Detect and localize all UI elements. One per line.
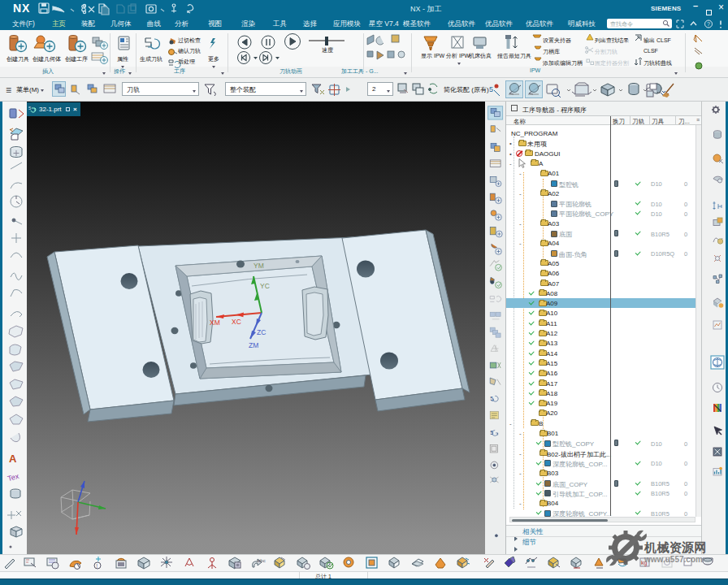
svg-text:XC: XC xyxy=(232,318,241,326)
svg-text:YM: YM xyxy=(254,262,264,270)
svg-text:5: 5 xyxy=(490,430,493,436)
svg-text:ZM: ZM xyxy=(249,341,258,349)
svg-text:?: ? xyxy=(707,21,710,27)
svg-text:ZC: ZC xyxy=(257,328,266,336)
svg-text:YC: YC xyxy=(260,282,270,290)
svg-text:abc: abc xyxy=(258,558,266,563)
svg-text:Tex: Tex xyxy=(6,472,20,483)
svg-text:A: A xyxy=(9,453,17,465)
svg-text:XM: XM xyxy=(210,318,220,327)
svg-text:机械资源网: 机械资源网 xyxy=(644,540,707,554)
svg-text:www.u557.com: www.u557.com xyxy=(644,555,703,564)
svg-text:!: ! xyxy=(96,563,98,569)
svg-text:5: 5 xyxy=(489,85,493,93)
